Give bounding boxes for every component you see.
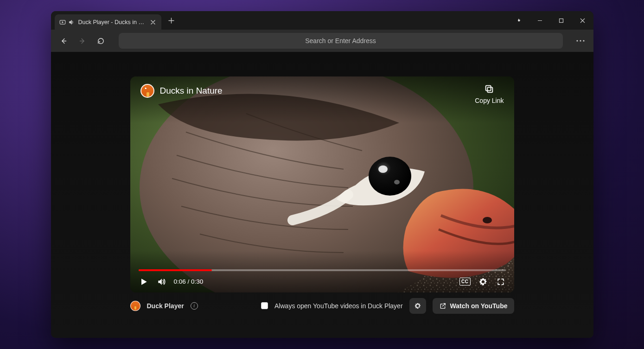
copy-link-label: Copy Link xyxy=(475,97,504,104)
fullscreen-button[interactable] xyxy=(496,277,506,287)
video-progress-track[interactable] xyxy=(139,269,506,271)
player-name-label: Duck Player xyxy=(147,302,184,310)
tab-close-button[interactable] xyxy=(149,19,157,26)
video-time-display: 0:06 / 0:30 xyxy=(174,278,204,285)
duck-player-settings-button[interactable] xyxy=(409,298,426,314)
maximize-icon xyxy=(559,18,564,23)
always-open-label: Always open YouTube videos in Duck Playe… xyxy=(274,302,403,310)
svg-marker-21 xyxy=(141,279,147,285)
svg-rect-19 xyxy=(488,87,493,92)
minimize-icon xyxy=(537,18,542,23)
toolbar: Search or Enter Address xyxy=(51,30,593,52)
video-frame[interactable]: Ducks in Nature Copy Link xyxy=(130,76,514,292)
arrow-left-icon xyxy=(60,37,68,45)
forward-button[interactable] xyxy=(75,33,90,48)
arrow-right-icon xyxy=(78,37,86,45)
volume-button[interactable] xyxy=(156,277,166,287)
gear-icon xyxy=(478,277,488,286)
duck-player-card: Ducks in Nature Copy Link xyxy=(130,76,514,314)
volume-icon xyxy=(157,277,166,286)
video-controls-row: 0:06 / 0:30 CC xyxy=(139,277,506,287)
gear-icon xyxy=(414,302,421,310)
video-title-group: Ducks in Nature xyxy=(140,84,223,98)
svg-point-5 xyxy=(583,40,584,41)
plus-icon xyxy=(168,18,174,24)
close-window-button[interactable] xyxy=(572,11,593,30)
svg-rect-2 xyxy=(560,19,563,22)
fullscreen-icon xyxy=(496,277,505,286)
below-video-bar: Duck Player i Always open YouTube videos… xyxy=(130,298,514,314)
play-button[interactable] xyxy=(139,277,149,287)
svg-point-18 xyxy=(483,217,492,223)
info-button[interactable]: i xyxy=(191,302,198,310)
copy-icon xyxy=(484,84,494,94)
audio-playing-icon xyxy=(68,19,75,25)
titlebar: Duck Player - Ducks in Nature xyxy=(51,11,593,30)
reload-icon xyxy=(97,37,105,45)
external-link-icon xyxy=(439,302,446,310)
browser-window: Duck Player - Ducks in Nature xyxy=(51,11,593,338)
svg-rect-20 xyxy=(486,85,491,90)
content-area: Ducks in Nature Copy Link xyxy=(51,52,593,338)
browser-tab[interactable]: Duck Player - Ducks in Nature xyxy=(55,14,161,30)
svg-point-16 xyxy=(378,165,388,173)
svg-point-4 xyxy=(580,40,581,41)
maximize-button[interactable] xyxy=(551,11,572,30)
video-overlay-top: Ducks in Nature Copy Link xyxy=(130,76,514,123)
fire-icon xyxy=(516,18,521,23)
svg-marker-1 xyxy=(62,21,63,23)
svg-point-15 xyxy=(369,157,411,196)
video-settings-button[interactable] xyxy=(478,277,488,287)
svg-point-3 xyxy=(576,40,578,41)
close-icon xyxy=(151,20,155,25)
minimize-button[interactable] xyxy=(529,11,551,30)
duck-player-tab-icon xyxy=(59,19,66,25)
address-bar-placeholder: Search or Enter Address xyxy=(305,37,376,44)
watch-on-youtube-label: Watch on YouTube xyxy=(450,302,508,310)
duckduckgo-logo-icon xyxy=(140,84,154,98)
overflow-menu-button[interactable] xyxy=(573,33,588,48)
svg-point-17 xyxy=(394,180,400,184)
play-icon xyxy=(139,277,148,286)
address-bar[interactable]: Search or Enter Address xyxy=(119,33,563,49)
tab-icon-group xyxy=(59,19,75,25)
ellipsis-icon xyxy=(576,40,585,42)
watch-on-youtube-button[interactable]: Watch on YouTube xyxy=(433,298,514,314)
video-title: Ducks in Nature xyxy=(160,86,223,96)
video-overlay-bottom: 0:06 / 0:30 CC xyxy=(130,251,514,292)
video-progress-fill xyxy=(139,269,212,271)
captions-button[interactable]: CC xyxy=(459,278,470,286)
close-icon xyxy=(580,18,585,23)
fire-button[interactable] xyxy=(508,11,529,30)
window-controls xyxy=(508,11,593,30)
duckduckgo-logo-small-icon xyxy=(130,301,140,311)
back-button[interactable] xyxy=(57,33,71,48)
tab-title: Duck Player - Ducks in Nature xyxy=(78,19,146,25)
always-open-checkbox[interactable] xyxy=(261,302,268,309)
reload-button[interactable] xyxy=(94,33,108,48)
copy-link-button[interactable]: Copy Link xyxy=(475,84,504,104)
new-tab-button[interactable] xyxy=(165,14,178,27)
